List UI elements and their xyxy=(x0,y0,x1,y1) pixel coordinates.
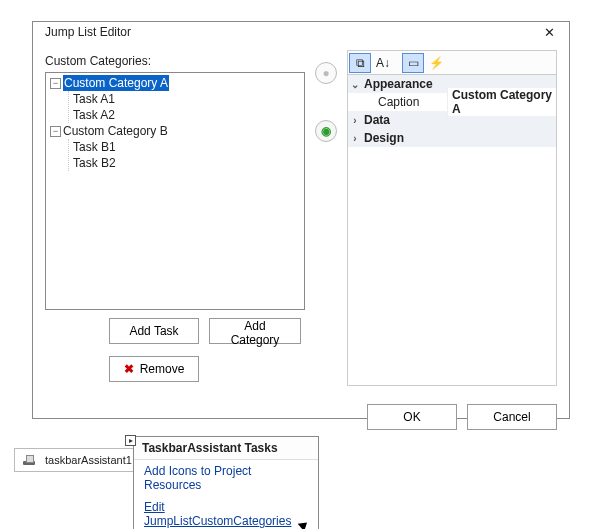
categories-pane: Custom Categories: − Custom Category A T… xyxy=(45,50,305,386)
tree-item-task[interactable]: Task A1 xyxy=(73,91,300,107)
propertygrid-toolbar: ⧉ A↓ ▭ ⚡ xyxy=(347,50,557,74)
events-tab-icon[interactable]: ⚡ xyxy=(425,53,447,73)
jump-list-editor-dialog: Jump List Editor ✕ Custom Categories: − … xyxy=(32,21,570,419)
add-category-button[interactable]: Add Category xyxy=(209,318,301,344)
categories-tree[interactable]: − Custom Category A Task A1 Task A2 xyxy=(45,72,305,310)
property-pane: ⧉ A↓ ▭ ⚡ ⌄ Appearance Caption Custom Cat… xyxy=(347,50,557,386)
dialog-title: Jump List Editor xyxy=(45,25,535,39)
smart-panel-title: TaskbarAssistant Tasks xyxy=(134,437,318,460)
tree-item-task[interactable]: Task A2 xyxy=(73,107,300,123)
component-icon xyxy=(23,453,39,467)
toolbar-separator xyxy=(395,53,401,73)
titlebar: Jump List Editor ✕ xyxy=(33,22,569,42)
cancel-button[interactable]: Cancel xyxy=(467,404,557,430)
add-item-button[interactable]: ◉ xyxy=(315,120,337,142)
tree-item-label: Task B2 xyxy=(73,155,116,171)
tree-item-label: Task B1 xyxy=(73,139,116,155)
collapse-icon[interactable]: − xyxy=(50,78,61,89)
tree-item-category-b[interactable]: − Custom Category B xyxy=(50,123,300,139)
ok-button[interactable]: OK xyxy=(367,404,457,430)
pg-value-caption[interactable]: Custom Category A xyxy=(447,88,556,116)
remove-button[interactable]: ✖Remove xyxy=(109,356,199,382)
remove-label: Remove xyxy=(140,362,185,376)
tree-item-label: Task A1 xyxy=(73,91,115,107)
move-up-button: ● xyxy=(315,62,337,84)
categorized-view-icon[interactable]: ⧉ xyxy=(349,53,371,73)
reorder-column: ● ◉ xyxy=(311,50,341,386)
tree-item-label: Task A2 xyxy=(73,107,115,123)
tree-item-task[interactable]: Task B2 xyxy=(73,155,300,171)
component-tray[interactable]: taskbarAssistant1 xyxy=(14,448,141,472)
categories-label: Custom Categories: xyxy=(45,54,305,68)
tree-item-category-a[interactable]: − Custom Category A xyxy=(50,75,300,91)
component-name: taskbarAssistant1 xyxy=(45,454,132,466)
tree-item-label: Custom Category B xyxy=(63,123,168,139)
tree-item-label: Custom Category A xyxy=(63,75,169,91)
pg-row-caption[interactable]: Caption Custom Category A xyxy=(348,93,556,111)
property-grid[interactable]: ⌄ Appearance Caption Custom Category A ›… xyxy=(347,74,557,386)
mouse-cursor-icon xyxy=(300,520,314,529)
smart-tag-glyph-icon[interactable]: ▸ xyxy=(125,435,136,446)
remove-x-icon: ✖ xyxy=(124,362,134,376)
collapse-caret-icon[interactable]: › xyxy=(348,115,362,126)
collapse-icon[interactable]: − xyxy=(50,126,61,137)
tree-item-task[interactable]: Task B1 xyxy=(73,139,300,155)
add-task-button[interactable]: Add Task xyxy=(109,318,199,344)
smart-tag-panel: ▸ TaskbarAssistant Tasks Add Icons to Pr… xyxy=(133,436,319,529)
expand-caret-icon[interactable]: ⌄ xyxy=(348,79,362,90)
close-icon[interactable]: ✕ xyxy=(535,22,563,42)
smart-item-edit-custom-categories[interactable]: Edit JumpListCustomCategories xyxy=(134,496,318,529)
smart-item-add-icons[interactable]: Add Icons to Project Resources xyxy=(134,460,318,496)
alphabetical-view-icon[interactable]: A↓ xyxy=(372,53,394,73)
properties-tab-icon[interactable]: ▭ xyxy=(402,53,424,73)
pg-category-design[interactable]: › Design xyxy=(348,129,556,147)
collapse-caret-icon[interactable]: › xyxy=(348,133,362,144)
